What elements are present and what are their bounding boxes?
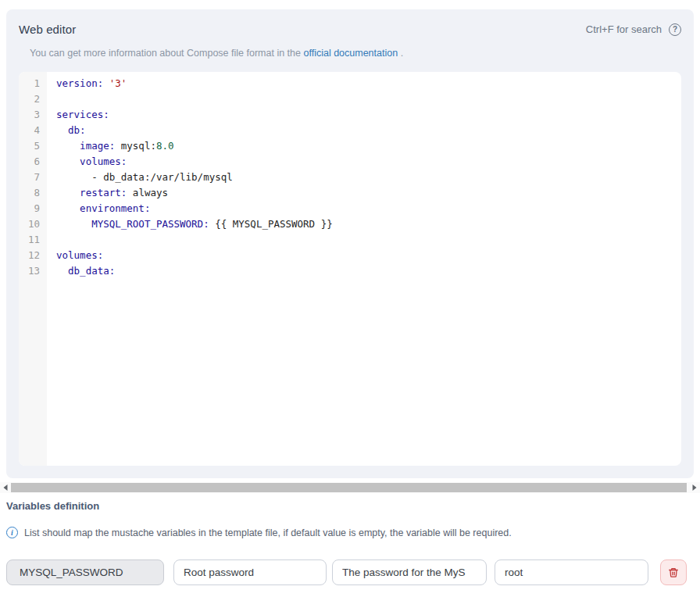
search-hint-label: Ctrl+F for search [586,23,662,35]
code-line: version: '3' [56,76,681,91]
page-title: Web editor [19,23,76,36]
scrollbar-track[interactable] [11,482,689,493]
code-line: - db_data:/var/lib/mysql [56,170,681,185]
help-icon[interactable]: ? [669,23,681,36]
line-number: 7 [19,170,40,185]
variables-info: i List should map the mustache variables… [6,527,512,538]
line-number: 3 [19,107,40,123]
horizontal-scrollbar[interactable] [0,482,700,493]
line-number: 11 [19,232,40,248]
line-number: 6 [19,154,40,170]
line-number: 1 [19,76,40,91]
editor-gutter: 12345678910111213 [19,72,47,466]
trash-icon [668,567,679,578]
code-line: restart: always [56,185,681,201]
code-line: volumes: [56,154,681,170]
line-number: 4 [19,123,40,138]
compose-note-suffix: . [401,48,403,59]
code-line: db_data: [56,263,681,279]
widget-header: Web editor Ctrl+F for search ? [6,9,694,36]
variables-definition-heading: Variables definition [6,500,99,512]
variable-default-input[interactable] [495,559,648,585]
code-editor[interactable]: 12345678910111213 version: '3'services: … [19,72,681,466]
web-editor-widget: Web editor Ctrl+F for search ? You can g… [6,9,694,478]
line-number: 12 [19,248,40,263]
compose-note: You can get more information about Compo… [30,48,694,59]
line-number: 8 [19,185,40,201]
scrollbar-thumb[interactable] [11,483,687,492]
variable-row [0,559,700,585]
info-icon: i [6,527,18,538]
scroll-right-arrow-icon[interactable] [689,482,700,493]
code-line: environment: [56,201,681,216]
docs-link[interactable]: official documentation [303,48,398,59]
variable-name-input [6,559,164,585]
variable-description-input[interactable] [332,559,487,585]
line-number: 2 [19,91,40,107]
code-line [56,232,681,248]
variable-label-input[interactable] [173,559,327,585]
code-line: image: mysql:8.0 [56,138,681,154]
variables-info-text: List should map the mustache variables i… [24,527,512,538]
code-line: db: [56,123,681,138]
search-hint: Ctrl+F for search ? [586,23,681,36]
code-line: services: [56,107,681,123]
code-line [56,91,681,107]
line-number: 10 [19,216,40,232]
editor-code[interactable]: version: '3'services: db: image: mysql:8… [47,72,681,466]
compose-note-text: You can get more information about Compo… [30,48,301,59]
line-number: 5 [19,138,40,154]
line-number: 9 [19,201,40,216]
code-line: MYSQL_ROOT_PASSWORD: {{ MYSQL_PASSWORD }… [56,216,681,232]
scroll-left-arrow-icon[interactable] [0,482,11,493]
line-number: 13 [19,263,40,279]
delete-variable-button[interactable] [660,559,687,585]
code-line: volumes: [56,248,681,263]
